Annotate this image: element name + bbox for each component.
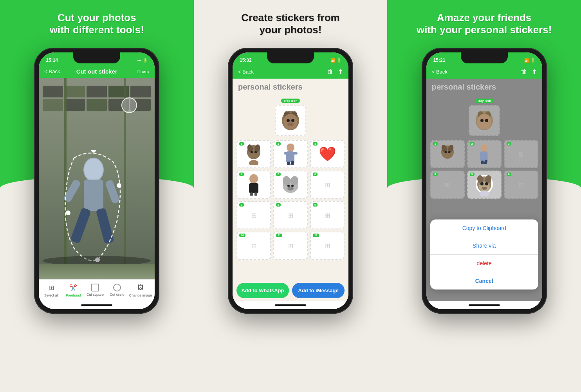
svg-point-7 — [117, 183, 121, 188]
svg-rect-32 — [254, 192, 257, 196]
sticker-3[interactable]: 3 ❤️ — [310, 140, 345, 168]
panel-2-title: Create stickers fromyour photos! — [241, 12, 339, 36]
svg-point-37 — [291, 185, 294, 187]
tray-sticker[interactable] — [275, 105, 306, 136]
home-indicator-3 — [469, 304, 500, 306]
phone-2-bottom: Add to WhatsApp Add to iMessage — [233, 279, 348, 301]
sticker-7[interactable]: 7 ⊞ — [236, 201, 271, 229]
svg-point-60 — [485, 182, 488, 185]
phone3-title-area: personal stickers — [426, 79, 542, 94]
share-via-item[interactable]: Share via — [430, 237, 538, 255]
phone-3-icons: 📶 🔋 — [524, 58, 535, 63]
back-button[interactable]: < Back — [44, 68, 60, 74]
copy-to-clipboard-item[interactable]: Copy to Clipboard — [430, 219, 538, 237]
phone3-sticker-1[interactable]: 1 — [430, 140, 465, 168]
phone-1-time: 15:14 — [46, 58, 58, 63]
phone3-back-button[interactable]: < Back — [432, 69, 447, 75]
svg-rect-3 — [96, 208, 114, 244]
empty-icon-12: ⊞ — [325, 242, 330, 250]
svg-rect-25 — [284, 152, 289, 155]
phone3-sticker-4[interactable]: 4 ⊞ — [430, 171, 465, 199]
phone3-sticker-2[interactable]: 2 — [467, 140, 502, 168]
trash-icon-3[interactable]: 🗑 — [521, 68, 527, 76]
svg-point-22 — [249, 160, 258, 165]
context-menu: Copy to Clipboard Share via delete Cance… — [430, 219, 538, 290]
phone-2-notch — [267, 52, 314, 63]
sticker-6[interactable]: 6 ⊞ — [310, 171, 345, 199]
phone3-sticker-6[interactable]: 6 ⊞ — [504, 171, 538, 199]
sticker-1[interactable]: 1 — [236, 140, 271, 168]
sticker-num-6: 6 — [313, 173, 318, 176]
sticker-12[interactable]: 12 ⊞ — [310, 232, 345, 260]
svg-point-59 — [480, 182, 484, 185]
tool-freehand[interactable]: ✂️ Freehand — [63, 283, 83, 297]
svg-point-16 — [287, 122, 294, 126]
svg-point-50 — [480, 144, 487, 152]
phone3-sticker-num-6: 6 — [507, 173, 511, 176]
tool-select-all[interactable]: ⊞ Select all — [42, 283, 61, 297]
add-to-imessage-button[interactable]: Add to iMessage — [292, 283, 345, 298]
sticker-8[interactable]: 8 ⊞ — [273, 201, 308, 229]
sticker-10[interactable]: 10 ⊞ — [236, 232, 271, 260]
tool-cut-square[interactable]: Cut square — [85, 284, 105, 297]
phone3-tray-area: Tray icon — [430, 96, 538, 138]
svg-rect-30 — [249, 183, 258, 193]
phone3-tray-sticker[interactable] — [469, 105, 500, 136]
phone-1-icons: ▪▪▪ 🔋 — [137, 58, 148, 63]
sticker-11[interactable]: 11 ⊞ — [273, 232, 308, 260]
battery-icon-3: 🔋 — [530, 58, 535, 63]
tool-change-image-label: Change image — [129, 293, 152, 297]
sticker-row-4: 10 ⊞ 11 ⊞ 12 ⊞ — [236, 232, 345, 260]
svg-point-21 — [254, 151, 257, 153]
svg-point-29 — [249, 174, 258, 183]
tool-change-image[interactable]: 🖼 Change image — [129, 283, 152, 297]
phone3-sticker-3[interactable]: 3 ⊞ — [504, 140, 538, 168]
add-to-whatsapp-button[interactable]: Add to WhatsApp — [236, 283, 289, 298]
sticker-num-4: 4 — [239, 173, 244, 176]
panel-1-title: Cut your photoswith different tools! — [50, 12, 144, 36]
delete-item[interactable]: delete — [430, 255, 538, 272]
change-image-icon: 🖼 — [136, 283, 145, 292]
tool-freehand-label: Freehand — [66, 293, 81, 297]
sticker-4[interactable]: 4 — [236, 171, 271, 199]
nav-title: Cut out sticker — [76, 68, 117, 75]
search-label[interactable]: Поиск — [137, 69, 149, 74]
svg-point-61 — [482, 187, 487, 190]
phone3-sticker-num-5: 5 — [470, 173, 475, 176]
svg-point-44 — [485, 119, 488, 122]
tray-sticker-image — [279, 108, 302, 133]
phone3-sticker-num-4: 4 — [433, 173, 438, 176]
share-icon-3[interactable]: ⬆ — [532, 68, 537, 76]
select-all-icon: ⊞ — [47, 283, 56, 292]
svg-point-9 — [66, 210, 70, 215]
phone-1-notch — [73, 52, 120, 63]
tool-cut-circle[interactable]: Cut circle — [107, 284, 127, 297]
empty-icon-8: ⊞ — [288, 212, 293, 219]
phone-2-icons: 📶 🔋 — [330, 58, 341, 63]
phone-1-home-bar — [39, 301, 155, 309]
panel-1: Cut your photoswith different tools! 15:… — [0, 0, 194, 392]
share-icon[interactable]: ⬆ — [338, 68, 343, 76]
phone3-tray-label: Tray icon — [475, 96, 493, 103]
phone-2-nav: < Back 🗑 ⬆ — [233, 67, 348, 79]
phone3-sticker-5-raccoon[interactable]: 5 — [467, 171, 502, 199]
sticker-2[interactable]: 2 — [273, 140, 308, 168]
phone2-back-button[interactable]: < Back — [238, 69, 254, 75]
trash-icon[interactable]: 🗑 — [327, 68, 333, 76]
empty-icon-11: ⊞ — [288, 242, 293, 250]
tray-badge: Tray icon — [281, 99, 300, 103]
sticker-5[interactable]: 5 — [273, 171, 308, 199]
svg-rect-26 — [293, 152, 298, 155]
cancel-item[interactable]: Cancel — [430, 272, 538, 290]
panel-2: Create stickers fromyour photos! 15:32 📶… — [194, 0, 388, 392]
phone-3-nav: < Back 🗑 ⬆ — [426, 67, 542, 79]
phone3-sticker-num-1: 1 — [433, 142, 438, 146]
sticker-9[interactable]: 9 ⊞ — [310, 201, 345, 229]
photo-area[interactable] — [39, 78, 155, 279]
phone3-sticker-row-1: 1 2 — [430, 140, 538, 168]
svg-point-13 — [283, 114, 298, 129]
stickers-title: personal stickers — [233, 79, 348, 94]
phone-3: 15:21 📶 🔋 < Back 🗑 ⬆ personal stickers — [422, 48, 547, 314]
phone3-sticker-num-3: 3 — [507, 142, 511, 146]
phone3-empty-4: ⊞ — [445, 181, 450, 189]
